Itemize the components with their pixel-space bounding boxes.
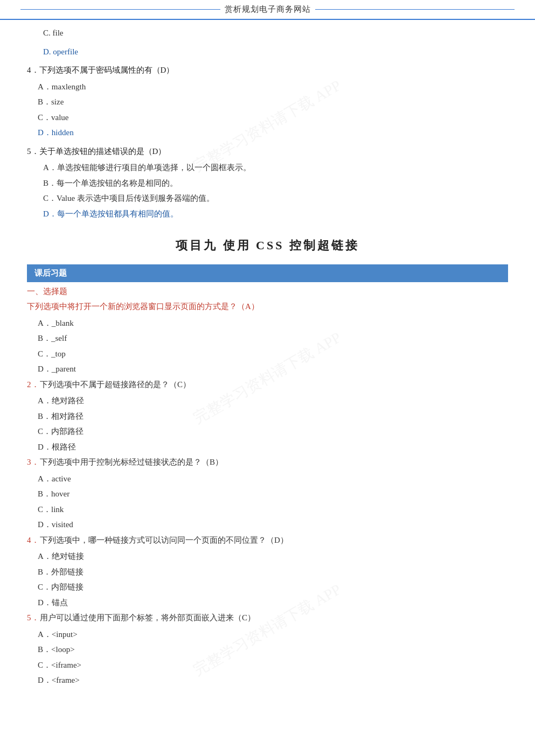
question-4: 4．下列选项不属于密码域属性的有（D） A．maxlength B．size C… [27, 62, 508, 141]
q5-new-line: 5． 用户可以通过使用下面那个标签，将外部页面嵌入进来（C） [27, 610, 508, 626]
q4-opt-d: D．hidden [27, 125, 508, 141]
q4-opt-a: A．maxlength [27, 79, 508, 95]
q5-new-text: 用户可以通过使用下面那个标签，将外部页面嵌入进来（C） [40, 610, 255, 626]
q2-opt-b: B．相对路径 [27, 409, 508, 424]
exercise-label: 课后习题 [34, 268, 67, 278]
prior-q-c: C. file [27, 25, 508, 41]
q1-opt-a: A．_blank [27, 316, 508, 331]
q4-new-opt-a: A．绝对链接 [27, 549, 508, 564]
q2-opt-a: A．绝对路径 [27, 393, 508, 409]
q5-new-opt-c: C．<iframe> [27, 657, 508, 673]
q1-intro-line: 下列选项中将打开一个新的浏览器窗口显示页面的方式是？（A） [27, 299, 508, 314]
q1-opt-b: B．_self [27, 331, 508, 346]
q4-new-opt-b: B．外部链接 [27, 564, 508, 580]
section-title: 项目九 使用 CSS 控制超链接 [27, 237, 508, 254]
q4-new-opt-c: C．内部链接 [27, 579, 508, 595]
q4-opt-c: C．value [27, 110, 508, 125]
prior-q-d: D. operfile [27, 44, 508, 60]
q4-new-opt-d: D．锚点 [27, 595, 508, 611]
q2-number: 2． [27, 377, 40, 393]
q3-opt-c: C．link [27, 502, 508, 517]
q4-new-text: 下列选项中，哪一种链接方式可以访问同一个页面的不同位置？（D） [40, 533, 288, 548]
q3-line: 3． 下列选项中用于控制光标经过链接状态的是？（B） [27, 454, 508, 470]
header-line-left [20, 9, 220, 10]
q5-opt-c: C．Value 表示选中项目后传送到服务器端的值。 [27, 191, 508, 206]
header-title: 赏析规划电子商务网站 [225, 4, 311, 15]
q5-opt-d: D．每一个单选按钮都具有相同的值。 [27, 206, 508, 222]
q4-new-number: 4． [27, 533, 40, 548]
q3-number: 3． [27, 454, 40, 470]
q5-new-number: 5． [27, 610, 40, 626]
q5-new-opt-a: A．<input> [27, 627, 508, 642]
prior-option-d: D. operfile [27, 47, 78, 56]
header-bar: 赏析规划电子商务网站 [0, 0, 535, 20]
q5-new-opt-b: B．<loop> [27, 642, 508, 657]
header-line-right [315, 9, 515, 10]
q1-opt-d: D．_parent [27, 361, 508, 377]
q2-opt-d: D．根路径 [27, 439, 508, 455]
q4-opt-b: B．size [27, 94, 508, 110]
q5-opt-b: B．每一个单选按钮的名称是相同的。 [27, 176, 508, 191]
q5-opt-a: A．单选按钮能够进行项目的单项选择，以一个圆框表示。 [27, 160, 508, 176]
q3-opt-d: D．visited [27, 517, 508, 533]
q5-text: 5．关于单选按钮的描述错误的是（D） [27, 144, 508, 159]
q1-intro-text: 下列选项中将打开一个新的浏览器窗口显示页面的方式是？（A） [27, 302, 259, 311]
q5-new-opt-d: D．<frame> [27, 673, 508, 688]
sub-section: 一、选择题 [27, 286, 508, 297]
q4-text: 4．下列选项不属于密码域属性的有（D） [27, 62, 508, 78]
q2-line: 2． 下列选项中不属于超链接路径的是？（C） [27, 377, 508, 393]
question-5: 5．关于单选按钮的描述错误的是（D） A．单选按钮能够进行项目的单项选择，以一个… [27, 144, 508, 222]
q5-label: 5．关于单选按钮的描述错误的是（D） [27, 147, 166, 156]
prior-option-c: C. file [27, 29, 64, 37]
q2-text: 下列选项中不属于超链接路径的是？（C） [40, 377, 191, 393]
exercise-box: 课后习题 [27, 264, 508, 282]
page-container: 完整学习资料请下载 APP 完整学习资料请下载 APP 完整学习资料请下载 AP… [0, 0, 535, 756]
q4-label: 4．下列选项不属于密码域属性的有（D） [27, 66, 174, 74]
q3-text: 下列选项中用于控制光标经过链接状态的是？（B） [40, 454, 223, 470]
q4-new-line: 4． 下列选项中，哪一种链接方式可以访问同一个页面的不同位置？（D） [27, 533, 508, 548]
q3-opt-b: B．hover [27, 486, 508, 502]
q3-opt-a: A．active [27, 471, 508, 487]
q1-opt-c: C．_top [27, 346, 508, 362]
q2-opt-c: C．内部路径 [27, 424, 508, 439]
content-area: C. file D. operfile 4．下列选项不属于密码域属性的有（D） … [0, 25, 535, 699]
